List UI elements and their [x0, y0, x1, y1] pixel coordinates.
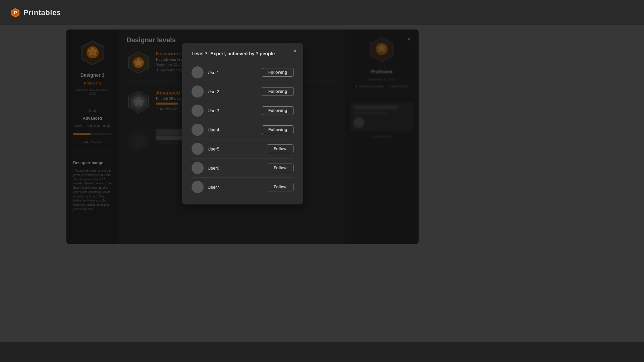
user-avatar-2 [192, 85, 204, 98]
inner-popup: × Level 7: Expert, achieved by 7 people … [182, 43, 303, 204]
popup-title: Level 7: Expert, achieved by 7 people [192, 51, 293, 56]
user-name-1: User1 [208, 70, 262, 75]
user-name-5: User5 [208, 146, 267, 152]
user-avatar-3 [192, 105, 204, 117]
user-row-7: User7 Follow [192, 178, 293, 196]
user-name-7: User7 [208, 185, 267, 190]
inner-popup-close-button[interactable]: × [290, 46, 300, 56]
user-row-6: User6 Follow [192, 159, 293, 178]
user-row-2: User2 Following [192, 82, 293, 101]
user-name-6: User6 [208, 166, 267, 171]
user-avatar-1 [192, 66, 204, 78]
user-avatar-4 [192, 124, 204, 136]
follow-button-1[interactable]: Following [262, 68, 293, 77]
user-name-4: User4 [208, 127, 262, 132]
user-avatar-6 [192, 162, 204, 174]
user-avatar-5 [192, 143, 204, 155]
user-avatar-7 [192, 181, 204, 193]
svg-text:P: P [14, 10, 17, 15]
bottom-bar [0, 342, 644, 362]
inner-popup-overlay: × Level 7: Expert, achieved by 7 people … [66, 29, 419, 244]
logo-icon: P [10, 7, 21, 18]
user-row-4: User4 Following [192, 120, 293, 139]
top-navigation: P Printables [0, 0, 644, 25]
logo-area: P Printables [10, 7, 61, 18]
follow-button-2[interactable]: Following [262, 87, 293, 96]
user-row-3: User3 Following [192, 101, 293, 120]
user-name-3: User3 [208, 108, 262, 113]
logo-text: Printables [23, 8, 61, 17]
main-modal: × Designer 3 Proficient Achieved Septemb… [66, 29, 419, 244]
follow-button-6[interactable]: Follow [267, 164, 293, 172]
follow-button-4[interactable]: Following [262, 125, 293, 134]
user-row-5: User5 Follow [192, 139, 293, 159]
user-name-2: User2 [208, 89, 262, 94]
follow-button-7[interactable]: Follow [267, 183, 293, 191]
user-row-1: User1 Following [192, 63, 293, 82]
follow-button-3[interactable]: Following [262, 106, 293, 115]
user-list: User1 Following User2 Following User3 Fo… [192, 63, 293, 196]
follow-button-5[interactable]: Follow [267, 144, 293, 153]
